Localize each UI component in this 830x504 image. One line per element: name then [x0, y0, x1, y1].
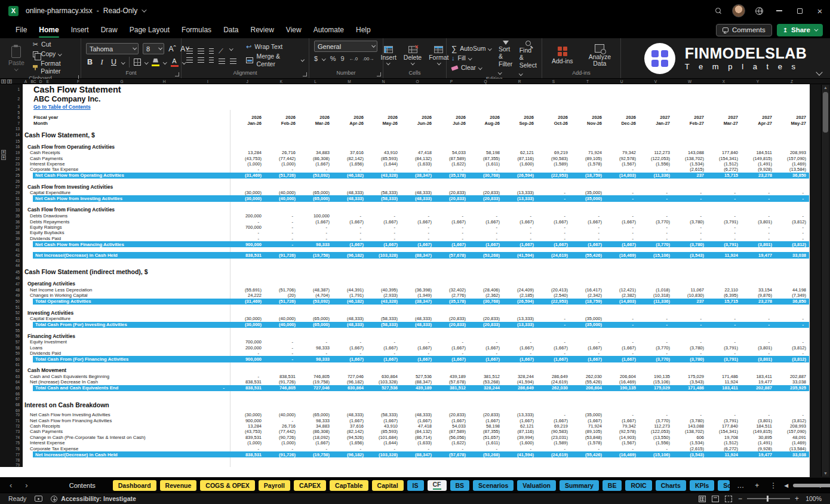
cell[interactable]: -: [639, 213, 673, 219]
row-label-cell[interactable]: Investing Activities: [23, 309, 230, 316]
menu-item-review[interactable]: Review: [244, 23, 279, 37]
cell[interactable]: -: [435, 225, 469, 230]
cell[interactable]: -: [265, 241, 299, 248]
fill-color-button[interactable]: [152, 59, 159, 66]
cell[interactable]: -: [639, 316, 673, 321]
row-number-29[interactable]: 29: [0, 190, 23, 195]
cell[interactable]: -: [537, 412, 571, 417]
cell[interactable]: (43,753): [230, 155, 265, 161]
cell[interactable]: 2027: [707, 115, 741, 121]
empty-cells[interactable]: [230, 259, 810, 263]
cell[interactable]: (48,333): [333, 195, 367, 202]
row-number-68[interactable]: 68: [0, 401, 23, 408]
cell[interactable]: 33,154: [741, 287, 775, 293]
cell[interactable]: -: [503, 351, 537, 356]
cell[interactable]: (48,387): [299, 287, 333, 293]
cell[interactable]: 143,088: [673, 423, 707, 429]
row-number-77[interactable]: 77: [0, 451, 23, 458]
row-label-cell[interactable]: Total Cash and Cash Equivalents End-: [23, 385, 230, 392]
empty-cells[interactable]: [230, 247, 810, 252]
cell[interactable]: (96,182): [333, 379, 367, 385]
cell[interactable]: (44,391): [333, 287, 367, 293]
cell[interactable]: (35,178): [435, 173, 469, 179]
column-header-F[interactable]: F: [77, 79, 79, 84]
horizontal-scroll-thumb[interactable]: [793, 484, 830, 487]
cell[interactable]: Dec-26: [605, 121, 639, 127]
row-number-67[interactable]: 67: [0, 396, 23, 401]
cell[interactable]: (13,550): [639, 435, 673, 440]
cell[interactable]: -: [775, 339, 809, 345]
cell[interactable]: -: [673, 316, 707, 321]
fill-color-chevron-icon[interactable]: [163, 60, 167, 64]
cell[interactable]: (1,512): [707, 161, 741, 167]
cell[interactable]: (122,053): [639, 429, 673, 434]
cell[interactable]: -: [299, 339, 333, 345]
cell[interactable]: (65,000): [299, 195, 333, 202]
row-label-cell[interactable]: Net Increase/(Decrease) in Cash Held: [23, 252, 230, 259]
empty-cells[interactable]: [230, 263, 810, 268]
row-number-31[interactable]: 31: [0, 195, 23, 202]
cell[interactable]: (3,791): [707, 356, 741, 362]
row-label-cell[interactable]: Corporate Tax Expense: [23, 167, 230, 172]
cell[interactable]: (16,469): [605, 252, 639, 259]
presence-button[interactable]: [749, 0, 769, 21]
cell[interactable]: (3,812): [775, 241, 809, 248]
cell[interactable]: (2,362): [469, 293, 503, 298]
pre-dash-cell[interactable]: -: [223, 385, 225, 391]
cell[interactable]: (1,622): [435, 161, 469, 167]
title-chevron-down-icon[interactable]: [142, 7, 146, 12]
cell[interactable]: -: [401, 225, 435, 230]
row-number-45[interactable]: 45: [0, 268, 23, 276]
empty-cells[interactable]: [230, 126, 810, 131]
cell[interactable]: -: [333, 167, 367, 172]
cell[interactable]: -: [571, 339, 605, 345]
menu-item-data[interactable]: Data: [217, 23, 244, 37]
cell[interactable]: 286,649: [503, 385, 537, 392]
cell[interactable]: 630,864: [333, 385, 367, 392]
cell[interactable]: 262,030: [571, 374, 605, 379]
cell[interactable]: -: [673, 195, 707, 202]
cell[interactable]: -: [503, 339, 537, 345]
cell[interactable]: -: [775, 195, 809, 202]
cell[interactable]: 183,411: [741, 374, 775, 379]
cell[interactable]: -: [707, 339, 741, 345]
copy-button[interactable]: Copy: [33, 50, 76, 58]
cell[interactable]: (1,667): [333, 417, 367, 423]
cell[interactable]: (55,426): [571, 252, 605, 259]
cell[interactable]: (1,667): [401, 219, 435, 224]
cell[interactable]: (1,667): [469, 219, 503, 224]
cell[interactable]: (53,848): [571, 435, 605, 440]
cell[interactable]: (20,833): [469, 190, 503, 195]
cell[interactable]: -: [435, 230, 469, 235]
sheet-tab-scenarios[interactable]: Scenarios: [473, 480, 514, 491]
sheet-tab-bs[interactable]: BS: [450, 480, 470, 491]
cell[interactable]: 79,342: [605, 423, 639, 429]
column-header-J[interactable]: J: [246, 79, 248, 84]
column-header-Q[interactable]: Q: [484, 79, 487, 84]
row-label-cell[interactable]: Cash Receipts: [23, 423, 230, 429]
cell[interactable]: 700,000: [230, 339, 265, 345]
cell[interactable]: -: [333, 236, 367, 241]
macro-record-icon[interactable]: [35, 496, 42, 502]
tab-scroll-left-icon[interactable]: ‹: [5, 481, 17, 490]
cell[interactable]: 746,805: [265, 385, 299, 392]
cell[interactable]: 746,805: [299, 374, 333, 379]
row-label-cell[interactable]: [23, 259, 230, 263]
row-label-cell[interactable]: [23, 202, 230, 207]
cell[interactable]: (82,142): [333, 155, 367, 161]
cell[interactable]: (1,667): [333, 241, 367, 248]
cell[interactable]: 381,512: [435, 385, 469, 392]
row-label-cell[interactable]: [23, 457, 230, 462]
cell[interactable]: (90,583): [537, 429, 571, 434]
cell[interactable]: -: [707, 412, 741, 417]
cell[interactable]: (13,333): [503, 316, 537, 321]
empty-cells[interactable]: [230, 110, 810, 115]
cell[interactable]: (91,726): [265, 451, 299, 458]
cell[interactable]: (3,543): [673, 451, 707, 458]
align-top-button[interactable]: [186, 48, 193, 54]
cell[interactable]: (23,031): [537, 435, 571, 440]
cell[interactable]: -: [265, 213, 299, 219]
cell[interactable]: (90,726): [265, 435, 299, 440]
borders-button[interactable]: [134, 59, 141, 66]
cell[interactable]: -: [707, 236, 741, 241]
